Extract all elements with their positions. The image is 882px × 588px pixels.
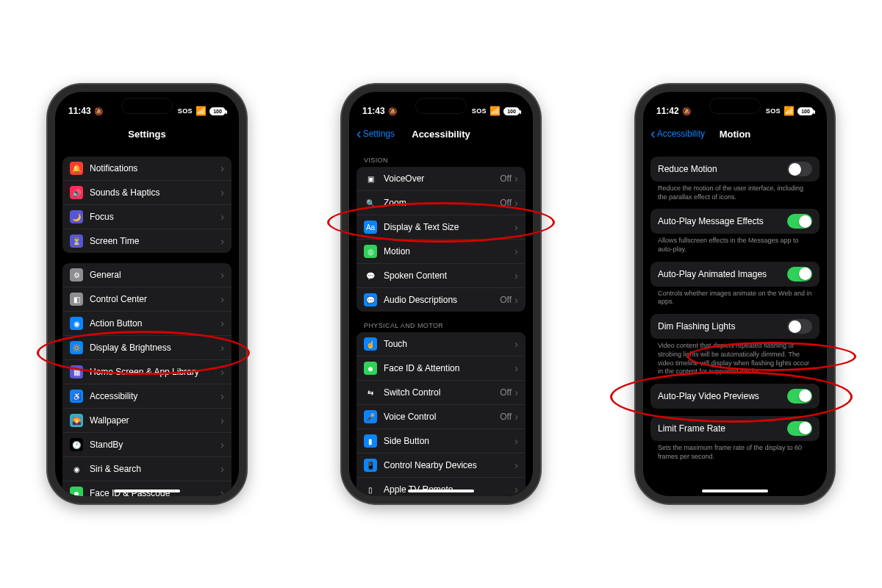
phone-accessibility: 11:43🔕 SOS📶100 Settings Accessibility VI… (342, 85, 540, 503)
motion-content[interactable]: Reduce MotionReduce the motion of the us… (643, 146, 827, 496)
row-icon: 💬 (364, 269, 377, 282)
toggle[interactable] (787, 162, 812, 176)
row-footer: Video content that depicts repeated flas… (650, 339, 820, 384)
row-face-id-passcode[interactable]: ☻Face ID & Passcode (62, 481, 232, 496)
row-reduce-motion[interactable]: Reduce Motion (650, 157, 820, 182)
row-auto-play-message-effects[interactable]: Auto-Play Message Effects (650, 209, 820, 234)
toggle[interactable] (787, 421, 812, 436)
wifi-icon: 📶 (490, 106, 501, 116)
row-dim-flashing-lights[interactable]: Dim Flashing Lights (650, 314, 820, 339)
row-display-text-size[interactable]: AaDisplay & Text Size (356, 215, 526, 239)
row-screen-time[interactable]: ⏳Screen Time (62, 229, 232, 253)
row-value: Off (500, 295, 512, 305)
row-switch-control[interactable]: ⇆Switch ControlOff (356, 380, 526, 404)
row-icon: 🔔 (70, 162, 83, 175)
row-accessibility[interactable]: ♿Accessibility (62, 384, 232, 408)
row-display-brightness[interactable]: 🔆Display & Brightness (62, 335, 232, 359)
row-home-screen-app-library[interactable]: ▦Home Screen & App Library (62, 359, 232, 384)
row-voiceover[interactable]: ▣VoiceOverOff (356, 167, 526, 190)
row-focus[interactable]: 🌙Focus (62, 204, 232, 229)
clock: 11:42 (656, 106, 679, 116)
row-value: Off (500, 387, 512, 398)
row-spoken-content[interactable]: 💬Spoken Content (356, 263, 526, 287)
row-icon: ◉ (70, 462, 83, 476)
row-label: Display & Text Size (384, 222, 514, 232)
row-general[interactable]: ⚙General (62, 263, 232, 287)
row-icon: ⏳ (70, 234, 83, 248)
row-label: Focus (90, 212, 220, 222)
row-icon: ☻ (70, 487, 83, 496)
row-icon: ◉ (70, 317, 83, 330)
clock: 11:43 (68, 106, 91, 116)
toggle[interactable] (787, 214, 812, 229)
row-face-id-attention[interactable]: ☻Face ID & Attention (356, 356, 526, 380)
row-wallpaper[interactable]: 🌄Wallpaper (62, 408, 232, 432)
row-sounds-haptics[interactable]: 🔊Sounds & Haptics (62, 180, 232, 204)
battery-icon: 100 (503, 107, 520, 115)
row-control-nearby-devices[interactable]: 📱Control Nearby Devices (356, 453, 526, 477)
row-zoom[interactable]: 🔍ZoomOff (356, 190, 526, 215)
row-notifications[interactable]: 🔔Notifications (62, 157, 232, 180)
accessibility-content[interactable]: VISION ▣VoiceOverOff🔍ZoomOffAaDisplay & … (349, 146, 533, 496)
row-label: Audio Descriptions (384, 295, 500, 305)
row-standby[interactable]: 🕐StandBy (62, 432, 232, 456)
toggle[interactable] (787, 389, 812, 404)
row-label: Motion (384, 246, 514, 257)
phone-settings: 11:43🔕 SOS📶100 Settings 🔔Notifications🔊S… (48, 85, 246, 503)
sos-icon: SOS (472, 107, 487, 115)
home-indicator[interactable] (702, 490, 768, 492)
row-label: Face ID & Attention (384, 363, 514, 373)
dynamic-island (415, 98, 467, 114)
toggle[interactable] (787, 319, 812, 334)
row-icon: 🌙 (70, 210, 83, 223)
row-icon: 🎤 (364, 410, 377, 423)
row-footer: Reduce the motion of the user interface,… (650, 182, 820, 209)
nav-bar: Settings (55, 121, 239, 146)
row-icon: ▮ (364, 434, 377, 448)
row-label: Home Screen & App Library (90, 367, 220, 377)
settings-content[interactable]: 🔔Notifications🔊Sounds & Haptics🌙Focus⏳Sc… (55, 146, 239, 496)
page-title: Motion (720, 129, 751, 140)
row-label: Spoken Content (384, 270, 514, 281)
row-icon: ◎ (364, 245, 377, 258)
row-action-button[interactable]: ◉Action Button (62, 311, 232, 335)
section-vision: VISION (356, 146, 526, 167)
row-control-center[interactable]: ◧Control Center (62, 287, 232, 311)
silent-icon: 🔕 (94, 107, 103, 115)
dynamic-island (121, 98, 173, 114)
silent-icon: 🔕 (388, 107, 397, 115)
row-footer: Controls whether images animate on the W… (650, 287, 820, 314)
row-value: Off (500, 173, 512, 184)
battery-icon: 100 (209, 107, 226, 115)
home-indicator[interactable] (408, 490, 474, 492)
row-limit-frame-rate[interactable]: Limit Frame Rate (650, 416, 820, 441)
row-auto-play-animated-images[interactable]: Auto-Play Animated Images (650, 262, 820, 287)
back-button[interactable]: Accessibility (650, 129, 705, 139)
row-value: Off (500, 412, 512, 422)
row-motion[interactable]: ◎Motion (356, 239, 526, 263)
row-icon: ☻ (364, 362, 377, 375)
section-physical: PHYSICAL AND MOTOR (356, 312, 526, 332)
row-icon: ☝ (364, 337, 377, 351)
row-icon: ▯ (364, 483, 377, 496)
row-side-button[interactable]: ▮Side Button (356, 429, 526, 453)
row-icon: 🕐 (70, 438, 83, 451)
row-apple-tv-remote[interactable]: ▯Apple TV Remote (356, 477, 526, 496)
row-icon: ▣ (364, 172, 377, 185)
row-label: Zoom (384, 198, 500, 208)
wifi-icon: 📶 (196, 106, 207, 116)
row-touch[interactable]: ☝Touch (356, 332, 526, 356)
row-voice-control[interactable]: 🎤Voice ControlOff (356, 404, 526, 429)
toggle[interactable] (787, 267, 812, 282)
row-label: Display & Brightness (90, 343, 220, 353)
row-audio-descriptions[interactable]: 💬Audio DescriptionsOff (356, 287, 526, 312)
row-icon: Aa (364, 220, 377, 234)
row-icon: 🔍 (364, 196, 377, 209)
row-label: Sounds & Haptics (90, 187, 220, 198)
home-indicator[interactable] (114, 490, 180, 492)
row-siri-search[interactable]: ◉Siri & Search (62, 456, 232, 481)
clock: 11:43 (362, 106, 385, 116)
phone-motion: 11:42🔕 SOS📶100 Accessibility Motion Redu… (636, 85, 834, 503)
back-button[interactable]: Settings (356, 129, 395, 139)
row-auto-play-video-previews[interactable]: Auto-Play Video Previews (650, 384, 820, 409)
